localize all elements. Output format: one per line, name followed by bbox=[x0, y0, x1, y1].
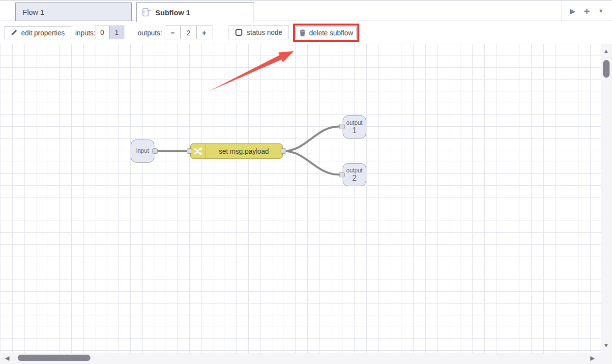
annotation-arrow bbox=[208, 51, 294, 91]
node-red-editor: Flow 1 Subflow 1 ▶ + ▼ edit prope bbox=[0, 0, 612, 364]
scroll-up-icon[interactable]: ▲ bbox=[603, 48, 609, 54]
change-node-icon-box bbox=[191, 144, 205, 158]
status-node-checkbox[interactable] bbox=[235, 29, 242, 36]
output1-node-label: output bbox=[346, 120, 362, 126]
change-node[interactable]: set msg.payload bbox=[190, 143, 283, 159]
vertical-scrollbar[interactable]: ▲ ▼ bbox=[601, 44, 612, 364]
next-tab-icon[interactable]: ▶ bbox=[570, 7, 576, 15]
horizontal-scrollbar-thumb[interactable] bbox=[18, 355, 90, 361]
change-node-input-port[interactable] bbox=[187, 148, 192, 154]
vertical-scrollbar-thumb[interactable] bbox=[603, 60, 610, 78]
tab-flow-1-label: Flow 1 bbox=[23, 8, 44, 16]
delete-subflow-highlight-box: delete subflow bbox=[293, 24, 359, 42]
wire-layer bbox=[0, 44, 601, 353]
outputs-stepper: − 2 + bbox=[165, 26, 212, 39]
change-node-output-port[interactable] bbox=[281, 148, 286, 154]
output1-node-number: 1 bbox=[352, 126, 357, 135]
outputs-count-field[interactable]: 2 bbox=[180, 26, 197, 39]
tab-subflow-1-label: Subflow 1 bbox=[155, 8, 190, 17]
edit-properties-label: edit properties bbox=[21, 29, 65, 37]
input-node-output-port[interactable] bbox=[152, 148, 158, 154]
inputs-option-1[interactable]: 1 bbox=[110, 26, 124, 39]
outputs-decrease-button[interactable]: − bbox=[165, 26, 181, 39]
pencil-icon bbox=[10, 29, 17, 36]
trash-icon bbox=[299, 29, 306, 36]
subflow-output-node-1[interactable]: output 1 bbox=[343, 115, 366, 139]
status-node-button[interactable]: status node bbox=[229, 26, 289, 39]
tabbar-controls: ▶ + ▼ bbox=[561, 0, 612, 21]
scroll-left-icon[interactable]: ◀ bbox=[5, 355, 9, 361]
change-node-label: set msg.payload bbox=[205, 147, 282, 155]
delete-subflow-label: delete subflow bbox=[309, 29, 353, 37]
output2-node-number: 2 bbox=[352, 174, 357, 182]
horizontal-scrollbar[interactable]: ◀ ▶ bbox=[0, 353, 601, 364]
outputs-label: outputs: bbox=[138, 21, 162, 44]
inputs-label: inputs: bbox=[75, 21, 95, 44]
scroll-right-icon[interactable]: ▶ bbox=[590, 355, 595, 361]
inputs-toggle: 0 1 bbox=[95, 26, 124, 39]
tab-list-menu-icon[interactable]: ▼ bbox=[598, 8, 604, 14]
shuffle-icon bbox=[193, 146, 203, 156]
output1-node-input-port[interactable] bbox=[339, 124, 345, 129]
input-node-label: input bbox=[136, 148, 149, 154]
output2-node-label: output bbox=[346, 168, 362, 174]
output2-node-input-port[interactable] bbox=[339, 172, 345, 177]
edit-properties-button[interactable]: edit properties bbox=[4, 26, 71, 39]
subflow-icon bbox=[142, 8, 151, 17]
subflow-input-node[interactable]: input bbox=[131, 140, 154, 163]
wire-change-to-output2[interactable] bbox=[284, 151, 339, 175]
tab-flow-1[interactable]: Flow 1 bbox=[15, 2, 132, 21]
add-flow-icon[interactable]: + bbox=[584, 6, 590, 16]
tab-subflow-1[interactable]: Subflow 1 bbox=[136, 2, 254, 22]
status-node-label: status node bbox=[247, 28, 282, 36]
wire-change-to-output1[interactable] bbox=[284, 127, 339, 151]
delete-subflow-button[interactable]: delete subflow bbox=[295, 27, 357, 39]
flow-tab-bar: Flow 1 Subflow 1 ▶ + ▼ bbox=[0, 0, 612, 21]
outputs-increase-button[interactable]: + bbox=[196, 26, 212, 39]
subflow-output-node-2[interactable]: output 2 bbox=[343, 163, 366, 186]
scroll-down-icon[interactable]: ▼ bbox=[603, 342, 609, 348]
flow-canvas[interactable]: input set msg.payload output 1 output 2 bbox=[0, 44, 601, 353]
inputs-option-0[interactable]: 0 bbox=[95, 26, 110, 39]
subflow-toolbar: edit properties inputs: 0 1 outputs: − 2… bbox=[0, 21, 612, 44]
